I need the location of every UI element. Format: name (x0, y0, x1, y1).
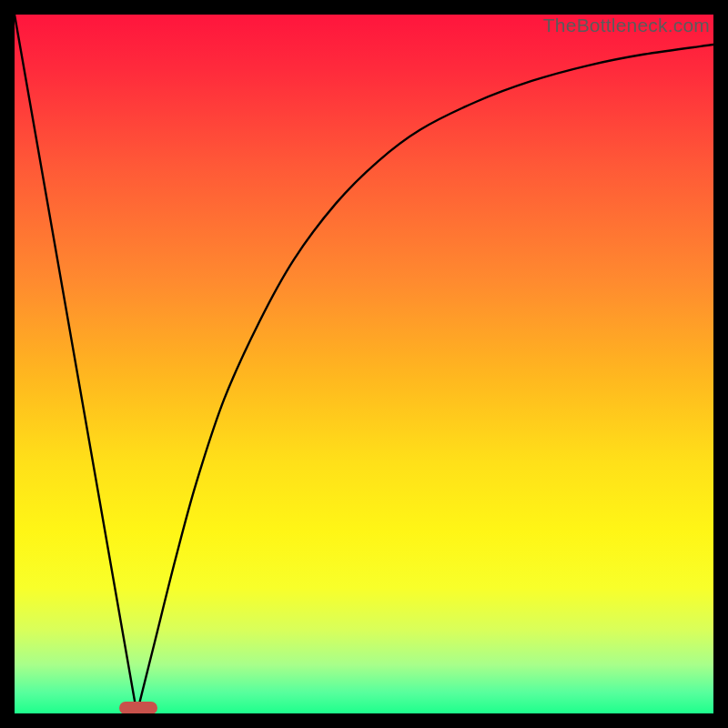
left-curve-path (15, 15, 136, 713)
plot-area: TheBottleneck.com (15, 15, 713, 713)
outer-frame: TheBottleneck.com (0, 0, 728, 728)
curves-svg (15, 15, 713, 713)
right-curve-path (136, 45, 713, 713)
optimum-marker (119, 702, 157, 713)
